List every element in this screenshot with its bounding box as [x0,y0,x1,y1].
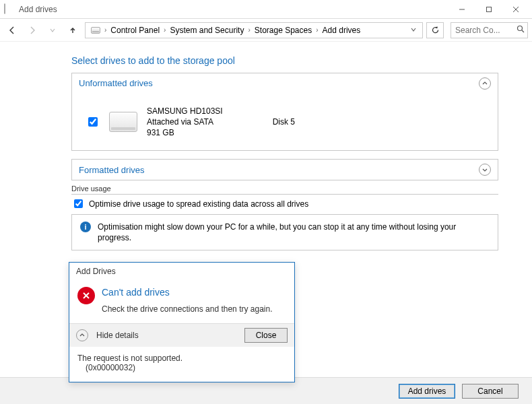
error-dialog: Add Drives Can't add drives Check the dr… [69,262,295,382]
back-button[interactable] [4,22,20,38]
drive-name: SAMSUNG HD103SI [147,106,223,116]
svg-rect-1 [487,7,492,11]
minimize-button[interactable] [448,0,475,19]
details-line-1: The request is not supported. [77,354,286,363]
unformatted-drives-title: Unformatted drives [79,78,153,88]
optimise-option: Optimise drive usage to spread existing … [71,194,498,214]
drive-connection: Attached via SATA [147,116,223,127]
drive-row: SAMSUNG HD103SI Attached via SATA 931 GB… [72,94,498,150]
info-box: i Optimisation might slow down your PC f… [71,214,498,250]
info-text: Optimisation might slow down your PC for… [98,222,490,243]
drive-checkbox[interactable] [88,117,98,127]
details-toggle-icon[interactable] [76,329,88,341]
page-heading: Select drives to add to the storage pool [71,55,498,66]
unformatted-drives-header[interactable]: Unformatted drives [72,73,498,94]
forward-button[interactable] [24,22,40,38]
optimise-checkbox[interactable] [74,199,83,208]
nav-row: › Control Panel › System and Security › … [0,19,532,42]
titlebar: Add drives [0,0,532,19]
chevron-right-icon: › [314,26,319,34]
details-toggle[interactable]: Hide details [96,331,139,340]
main-content: Select drives to add to the storage pool… [0,42,532,250]
dialog-title: Add Drives [69,263,294,283]
breadcrumb-0[interactable]: Control Panel [108,26,162,35]
formatted-drives-title: Formatted drives [79,165,145,175]
address-bar[interactable]: › Control Panel › System and Security › … [85,22,423,38]
search-box[interactable] [451,22,528,38]
dialog-message: Check the drive connections and then try… [102,304,273,314]
drive-info: SAMSUNG HD103SI Attached via SATA 931 GB [147,106,223,138]
formatted-drives-panel: Formatted drives [71,159,498,180]
recent-dropdown[interactable] [44,22,61,38]
dialog-action-bar: Hide details Close [69,323,294,347]
dialog-close-button[interactable]: Close [244,328,288,343]
chevron-right-icon: › [162,26,167,34]
cancel-button[interactable]: Cancel [462,384,519,399]
dialog-details: The request is not supported. (0x0000003… [69,347,294,382]
search-input[interactable] [454,25,508,36]
add-drives-button[interactable]: Add drives [399,384,455,399]
collapse-icon[interactable] [479,77,491,90]
drive-icon [109,112,137,132]
svg-line-5 [522,30,524,32]
chevron-right-icon: › [103,26,108,34]
error-icon [77,287,95,304]
window-controls [448,0,529,19]
details-line-2: (0x00000032) [77,363,286,372]
app-icon [4,4,15,15]
drive-disk-label: Disk 5 [273,117,295,127]
drive-size: 931 GB [147,127,223,138]
maximize-button[interactable] [475,0,502,19]
close-button[interactable] [502,0,529,19]
optimise-label: Optimise drive usage to spread existing … [89,199,308,209]
search-icon[interactable] [517,25,525,35]
dialog-body: Can't add drives Check the drive connect… [69,283,294,323]
drive-usage-label: Drive usage [71,184,498,193]
svg-point-4 [518,26,523,31]
address-dropdown[interactable] [407,26,420,35]
expand-icon[interactable] [479,164,491,176]
address-root-icon[interactable] [88,27,103,34]
breadcrumb-3[interactable]: Add drives [320,26,364,35]
chevron-right-icon: › [246,26,251,34]
window-title: Add drives [19,5,57,14]
up-button[interactable] [65,22,81,38]
refresh-button[interactable] [426,22,444,38]
dialog-heading: Can't add drives [102,287,273,298]
unformatted-drives-panel: Unformatted drives SAMSUNG HD103SI Attac… [71,73,498,151]
breadcrumb-2[interactable]: Storage Spaces [252,26,314,35]
breadcrumb-1[interactable]: System and Security [167,26,246,35]
info-icon: i [80,222,91,232]
formatted-drives-header[interactable]: Formatted drives [72,160,498,180]
